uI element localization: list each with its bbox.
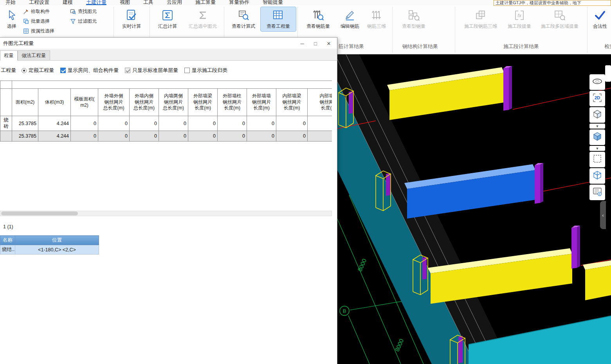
value-cell[interactable]: 0 — [98, 116, 130, 131]
total-cell: 0 — [71, 131, 98, 142]
dialog-tabs: 程量 做法工程量 — [0, 50, 337, 61]
close-button[interactable]: ✕ — [323, 39, 335, 48]
select-button[interactable]: 选择 — [2, 7, 21, 31]
col-header: 外部墙墙 钢丝网片 长度(m) — [247, 89, 276, 116]
view-calc-formula-button[interactable]: 查看计算式 — [227, 7, 260, 31]
ribbon-separator — [587, 7, 588, 53]
panel-collapse-handle[interactable]: ‹ — [600, 201, 606, 229]
value-cell[interactable]: 0 — [159, 116, 188, 131]
table-total-row: 25.3785 4.244 0 0 0 0 0 0 0 0 — [0, 131, 332, 142]
menu-tab-start[interactable]: 开始 — [5, 0, 16, 5]
dialog-titlebar[interactable]: 件图元工程量 — [0, 38, 337, 49]
radio-quota-quantity-label[interactable]: 定额工程量 — [29, 67, 54, 74]
rebar-3d-button[interactable]: 钢筋三维 — [364, 7, 389, 31]
fx-icon: fx — [513, 9, 526, 22]
partial-toolbar-button[interactable] — [605, 65, 611, 82]
table-header-row: 面积(m2) 体积(m3) 模板面积( m2) 外墙外侧 钢丝网片 总长度(m)… — [0, 89, 332, 116]
menu-tab-civil-quantity[interactable]: 土建计量 — [86, 0, 106, 5]
value-cell[interactable]: 25.3785 — [12, 116, 38, 131]
view-cube-button[interactable] — [589, 107, 605, 123]
view-steel-qty-button[interactable]: 查看型钢量 — [397, 7, 431, 31]
selection-region-button[interactable] — [589, 152, 605, 167]
local-3d-button[interactable] — [589, 168, 605, 184]
radio-quota-quantity[interactable] — [22, 68, 27, 73]
checkbox-section-group-label[interactable]: 显示施工段归类 — [192, 67, 227, 74]
column-purple[interactable] — [535, 163, 543, 204]
value-cell[interactable]: 0 — [188, 116, 218, 131]
3d-viewport[interactable]: 8000 8000 B — [337, 54, 611, 364]
checkbox-show-rooms[interactable] — [60, 68, 66, 73]
find-element-button[interactable]: 查找图元 — [70, 8, 97, 15]
formula-magnifier-icon — [237, 9, 250, 22]
menu-tab-smart-quantity[interactable]: 智能提量 — [263, 0, 283, 5]
element-position-cell[interactable]: <1-180,C> <2,C> — [15, 245, 99, 255]
table-data-row: 烧 砖 25.3785 4.244 0 0 0 0 0 0 0 0 — [0, 116, 332, 131]
select-by-attribute-button[interactable]: 按属性选择 — [23, 28, 54, 34]
column-purple[interactable] — [503, 66, 512, 111]
menu-tab-construction-calc[interactable]: 施工算量 — [195, 0, 216, 5]
menu-tab-tools[interactable]: 工具 — [143, 0, 153, 5]
svg-text:fx: fx — [517, 13, 521, 18]
col-header: 外墙外侧 钢丝网片 总长度(m) — [98, 89, 130, 116]
column-purple[interactable] — [571, 226, 580, 269]
value-cell[interactable] — [308, 116, 332, 131]
search-tip-box[interactable]: 土建计量GTJ中，楼层设置中业务辅助，地下 — [494, 0, 611, 6]
menu-tab-view[interactable]: 视图 — [120, 0, 130, 5]
radio-list-quantity-label[interactable]: 工程量 — [1, 67, 16, 74]
menu-tab-collaboration[interactable]: 算量协作 — [229, 0, 249, 5]
dialog-title: 件图元工程量 — [0, 40, 34, 47]
summary-calc-button[interactable]: 汇总计算 — [153, 7, 182, 31]
total-cell: 25.3785 — [12, 131, 38, 142]
display-settings-button[interactable] — [589, 185, 605, 200]
orbit-button[interactable] — [589, 74, 605, 90]
total-name-cell — [0, 131, 12, 142]
checkmark-icon — [593, 9, 607, 22]
value-cell[interactable]: 0 — [71, 116, 98, 131]
wall-yellow[interactable] — [585, 265, 611, 300]
value-cell[interactable]: 0 — [218, 116, 247, 131]
tab-component-quantity[interactable]: 程量 — [0, 50, 18, 61]
selection-region-icon — [592, 154, 602, 165]
position-data-row[interactable]: 烧结... <1-180,C> <2,C> — [0, 245, 99, 255]
value-cell[interactable]: 0 — [276, 116, 308, 131]
menu-tab-modeling[interactable]: 建模 — [63, 0, 73, 5]
view-2d-button[interactable]: 2D — [589, 91, 605, 106]
summary-selected-button[interactable]: 汇总选中图元 — [183, 7, 222, 31]
menu-tab-project-settings[interactable]: 工程设置 — [29, 0, 49, 5]
filter-element-button[interactable]: 过滤图元 — [70, 18, 97, 25]
view-cube-dropdown[interactable]: ▼ — [589, 124, 605, 129]
row-name-cell[interactable]: 烧 砖 — [0, 116, 12, 131]
tab-method-quantity[interactable]: 做法工程量 — [18, 50, 50, 60]
shaded-cube-dropdown[interactable]: ▼ — [589, 146, 605, 151]
shaded-cube-button[interactable] — [589, 129, 605, 145]
edit-rebar-button[interactable]: 编辑钢筋 — [337, 7, 362, 31]
section-rebar-3d-button[interactable]: 施工段钢筋三维 — [459, 7, 503, 31]
checkbox-show-rooms-label[interactable]: 显示房间、组合构件量 — [68, 67, 119, 74]
view-cube-icon — [592, 109, 602, 121]
value-cell[interactable]: 4.244 — [38, 116, 71, 131]
col-header: 内部墙梁 钢丝网片 长度(m) — [276, 89, 308, 116]
chevron-down-icon: ▼ — [596, 147, 599, 151]
checkbox-section-group[interactable] — [184, 68, 190, 73]
value-cell[interactable]: 0 — [130, 116, 159, 131]
section-qty-button[interactable]: fx 施工段提量 — [504, 7, 535, 31]
menu-tab-cloud-apps[interactable]: 云应用 — [167, 0, 182, 5]
element-name-cell[interactable]: 烧结... — [0, 245, 15, 255]
view-quantity-button[interactable]: 查看工程量 — [261, 7, 296, 31]
maximize-button[interactable]: □ — [310, 39, 321, 48]
scrollbar-thumb[interactable] — [1, 212, 78, 215]
group-label-check: 检查 — [604, 43, 611, 50]
dimension-label: 8000 — [394, 338, 405, 352]
section-multi-qty-button[interactable]: 施工段多区域提量 — [535, 7, 584, 31]
checkbox-standard-floor-label: 只显示标准层单层量 — [132, 67, 178, 74]
realtime-calc-button[interactable]: 实时计算 — [117, 7, 146, 31]
horizontal-scrollbar[interactable] — [0, 211, 332, 216]
value-cell[interactable]: 0 — [247, 116, 276, 131]
dart-icon — [23, 9, 29, 15]
legality-check-button[interactable]: 合法性 — [589, 7, 611, 31]
view-rebar-qty-button[interactable]: 查看钢筋量 — [301, 7, 336, 31]
batch-select-button[interactable]: 批量选择 — [23, 18, 50, 25]
col-header-name — [0, 89, 12, 116]
minimize-button[interactable]: ─ — [296, 39, 308, 48]
pick-component-button[interactable]: 拾取构件 — [23, 8, 50, 15]
